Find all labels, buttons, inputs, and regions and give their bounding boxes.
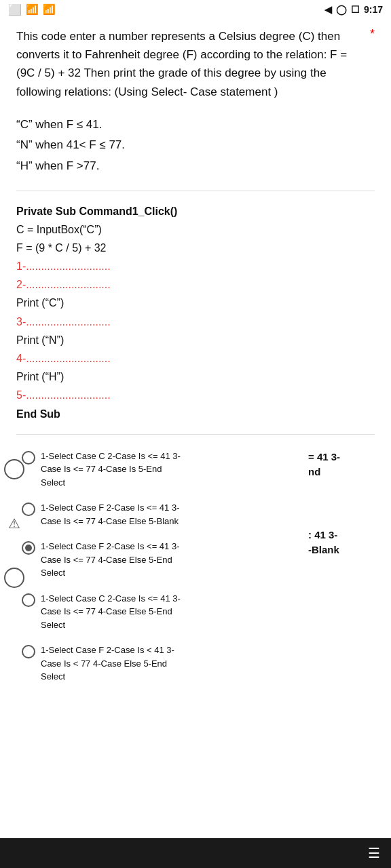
code-line-inputbox: C = InputBox(“C”)	[16, 220, 375, 239]
status-bar: ⬜ 📶 📶 ◀ ◯ ☐ 9:17	[0, 0, 391, 19]
option-item-3[interactable]: 1-Select Case F 2-Case Is <= 41 3-Case I…	[22, 536, 303, 584]
code-section: Private Sub Command1_Click() C = InputBo…	[16, 202, 375, 423]
code-print-n: Print (“N”)	[16, 331, 375, 349]
grade-c: “C” when F ≤ 41.	[16, 115, 375, 136]
side-icons: ⚠	[4, 459, 24, 588]
code-line-private-sub: Private Sub Command1_Click()	[16, 202, 375, 220]
code-step-2: 2-............................	[16, 275, 375, 294]
time-display: 9:17	[364, 4, 383, 15]
nav-arrow-icon: ◀	[324, 4, 332, 15]
signal-icon: 📶	[26, 3, 39, 16]
options-wrapper: ⚠ 1-Select Case C 2-Case Is <= 41 3-Case…	[16, 446, 375, 688]
main-content: This code enter a number represents a Ce…	[0, 19, 391, 688]
description-row: This code enter a number represents a Ce…	[16, 27, 375, 115]
warning-icon: ⚠	[4, 513, 24, 534]
option-item-4[interactable]: 1-Select Case C 2-Case Is <= 41 3-Case I…	[22, 588, 303, 636]
bottom-navigation: ☰	[0, 838, 391, 868]
location-icon: ◯	[336, 4, 347, 15]
status-left: ⬜ 📶 📶	[8, 3, 56, 16]
radio-4[interactable]	[22, 593, 35, 607]
code-step-3: 3-............................	[16, 313, 375, 331]
code-step-5: 5-............................	[16, 386, 375, 404]
menu-icon[interactable]: ☰	[368, 845, 380, 861]
option-text-4: 1-Select Case C 2-Case Is <= 41 3-Case I…	[41, 592, 181, 632]
option-text-2: 1-Select Case F 2-Case Is <= 41 3-Case I…	[41, 501, 179, 528]
option-text-5: 1-Select Case F 2-Case Is < 41 3-Case Is…	[41, 644, 174, 684]
description-text: This code enter a number represents a Ce…	[16, 27, 366, 101]
grades-section: “C” when F ≤ 41. “N” when 41< F ≤ 77. “H…	[16, 115, 375, 177]
grade-h: “H” when F >77.	[16, 156, 375, 177]
status-right: ◀ ◯ ☐ 9:17	[324, 4, 383, 15]
option-item-1[interactable]: 1-Select Case C 2-Case Is <= 41 3-Case I…	[22, 446, 303, 494]
right-label-1: = 41 3- nd	[308, 450, 369, 480]
wifi-icon: 📶	[43, 3, 56, 16]
code-step-4: 4-............................	[16, 349, 375, 368]
option-text-1: 1-Select Case C 2-Case Is <= 41 3-Case I…	[41, 450, 181, 490]
divider-2	[16, 434, 375, 435]
option-text-3: 1-Select Case F 2-Case Is <= 41 3-Case I…	[41, 540, 179, 580]
options-list: 1-Select Case C 2-Case Is <= 41 3-Case I…	[22, 446, 303, 688]
screen-icon: ⬜	[8, 3, 22, 16]
code-print-h: Print (“H”)	[16, 368, 375, 386]
radio-side-icon-1	[4, 459, 24, 479]
record-icon: ☐	[351, 4, 360, 15]
divider-1	[16, 191, 375, 191]
option-item-5[interactable]: 1-Select Case F 2-Case Is < 41 3-Case Is…	[22, 639, 303, 688]
code-line-formula: F = (9 * C / 5) + 32	[16, 239, 375, 257]
options-right-labels: = 41 3- nd : 41 3- -Blank	[308, 446, 369, 688]
code-end-sub: End Sub	[16, 405, 375, 423]
asterisk-marker: *	[370, 27, 375, 41]
radio-5[interactable]	[22, 645, 35, 658]
grade-n: “N” when 41< F ≤ 77.	[16, 135, 375, 156]
radio-side-icon-2	[4, 568, 24, 588]
option-item-2[interactable]: 1-Select Case F 2-Case Is <= 41 3-Case I…	[22, 497, 303, 532]
code-print-c: Print (“C”)	[16, 294, 375, 312]
right-label-2: : 41 3- -Blank	[308, 528, 369, 558]
code-step-1: 1-............................	[16, 257, 375, 275]
options-container: 1-Select Case C 2-Case Is <= 41 3-Case I…	[16, 446, 375, 688]
